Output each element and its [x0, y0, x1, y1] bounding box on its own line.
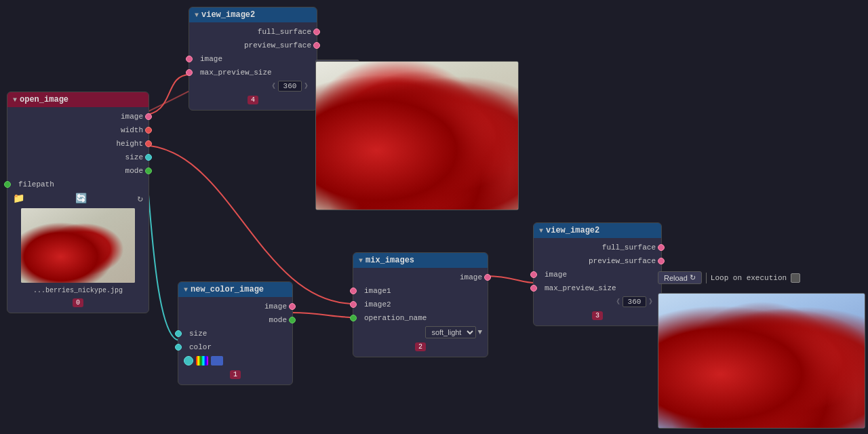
collapse-arrow-view2-icon[interactable]: ▼: [539, 227, 543, 235]
port-row-fullsurface-out: full_surface: [189, 25, 317, 39]
reload-icon[interactable]: ↻: [138, 193, 143, 204]
port-row-preview-surface-out-v2: preview_surface: [534, 254, 661, 268]
collapse-arrow-icon[interactable]: ▼: [13, 96, 17, 104]
port-dot-mode-out-nc[interactable]: [289, 317, 296, 323]
image-preview-br: [658, 293, 865, 429]
reload-icon-br: ↻: [690, 273, 696, 282]
port-dot-color-in-nc[interactable]: [175, 344, 182, 351]
port-row-width-out: width: [7, 123, 149, 137]
port-row-image-out: image: [7, 110, 149, 123]
file-icons-row: 📁 🔄 ↻: [7, 191, 149, 205]
port-dot-preview-surface-out[interactable]: [313, 42, 320, 49]
port-row-maxpreview-in-view1: max_preview_size: [189, 66, 317, 79]
folder-icon[interactable]: 📁: [13, 193, 24, 204]
port-label-maxpreview-v2: max_preview_size: [545, 284, 616, 292]
node-badge-mix: 2: [415, 342, 426, 351]
collapse-arrow-view1-icon[interactable]: ▼: [195, 12, 199, 19]
loop-checkbox-br[interactable]: [791, 273, 800, 283]
port-label-color-in-nc: color: [189, 343, 212, 351]
loop-label-br: Loop on execution: [711, 274, 787, 282]
operation-dropdown[interactable]: soft_light multiply screen overlay: [425, 326, 476, 338]
slider-row-v2: 《 360 》: [534, 295, 661, 309]
swatch-teal[interactable]: [184, 356, 193, 366]
node-open-image-body: image width height size mode: [7, 107, 149, 313]
port-dot-image-out-nc[interactable]: [289, 303, 296, 310]
port-dot-opname-in-mix[interactable]: [350, 315, 357, 321]
port-row-image2-in-mix: image2: [353, 298, 488, 311]
port-row-height-out: height: [7, 137, 149, 151]
thumbnail-image: [21, 208, 135, 283]
slider-row-view1: 《 360 》: [189, 79, 317, 93]
port-row-mode-out: mode: [7, 164, 149, 178]
port-dot-maxpreview-in-v2[interactable]: [530, 285, 537, 292]
port-dot-preview-surface-out-v2[interactable]: [658, 258, 665, 264]
port-label-filepath: filepath: [18, 180, 54, 189]
divider-br: [706, 273, 707, 283]
port-label-preview-surface-v2: preview_surface: [589, 257, 656, 265]
port-label-image: image: [121, 113, 143, 121]
collapse-arrow-mix-icon[interactable]: ▼: [359, 257, 363, 264]
dropdown-arrow-icon: ▼: [477, 328, 482, 336]
node-mix-header[interactable]: ▼ mix_images: [353, 253, 488, 268]
node-new-color-body: image mode size color: [178, 297, 292, 384]
node-view1-header[interactable]: ▼ view_image2: [189, 7, 317, 22]
port-dot-filepath-in[interactable]: [4, 181, 11, 188]
port-label-height: height: [116, 140, 143, 148]
port-dot-image-out-mix[interactable]: [484, 274, 491, 281]
port-row-image-in-view1: image: [189, 52, 317, 66]
port-dot-image-in-v2[interactable]: [530, 271, 537, 278]
port-label-image1-mix: image1: [364, 287, 391, 295]
slider-value-v1[interactable]: 360: [278, 81, 302, 92]
port-row-opname-in-mix: operation_name: [353, 311, 488, 325]
port-row-preview-surface-out: preview_surface: [189, 39, 317, 52]
badge-row-mix: 2: [353, 340, 488, 354]
port-row-size-in-nc: size: [178, 327, 292, 340]
node-view-image2-top: ▼ view_image2 full_surface preview_surfa…: [189, 7, 317, 111]
port-dot-image1-in-mix[interactable]: [350, 288, 357, 294]
node-view-image2-br: ▼ view_image2 full_surface preview_surfa…: [533, 222, 662, 326]
slider-right-icon-v1[interactable]: 》: [304, 81, 311, 91]
node-mix-images: ▼ mix_images image image1 image2 operati…: [353, 252, 488, 357]
port-dot-size-out[interactable]: [145, 154, 152, 161]
slider-left-icon-v2[interactable]: 《: [613, 297, 620, 307]
node-badge-v2: 3: [592, 311, 603, 320]
node-new-color-header[interactable]: ▼ new_color_image: [178, 282, 292, 297]
port-dot-size-in-nc[interactable]: [175, 330, 182, 337]
swatch-rainbow[interactable]: [196, 356, 208, 366]
port-row-filepath-in: filepath: [7, 178, 149, 191]
reload-bar-br: Reload ↻ Loop on execution: [658, 271, 800, 284]
node-view2-header[interactable]: ▼ view_image2: [534, 223, 661, 238]
port-label-image-in-v1: image: [200, 55, 222, 63]
port-dot-image-in-view1[interactable]: [186, 56, 193, 62]
node-open-image-header[interactable]: ▼ open_image: [7, 92, 149, 107]
refresh-small-icon[interactable]: 🔄: [75, 193, 87, 204]
port-dot-image2-in-mix[interactable]: [350, 301, 357, 308]
port-dot-full-surface-out[interactable]: [313, 28, 320, 35]
node-open-image-title: open_image: [20, 95, 68, 104]
port-row-image-out-nc: image: [178, 300, 292, 313]
strawberry-image-top: [316, 62, 518, 210]
node-mix-title: mix_images: [366, 256, 414, 265]
port-dot-maxpreview-in-view1[interactable]: [186, 69, 193, 76]
port-label-width: width: [121, 126, 143, 134]
slider-left-icon-v1[interactable]: 《: [269, 81, 275, 91]
collapse-arrow-nc-icon[interactable]: ▼: [184, 286, 188, 294]
port-row-image-in-v2: image: [534, 268, 661, 281]
reload-button-br[interactable]: Reload ↻: [658, 271, 702, 284]
node-badge-nc: 1: [230, 370, 241, 379]
slider-right-icon-v2[interactable]: 》: [649, 297, 656, 307]
port-dot-height-out[interactable]: [145, 140, 152, 147]
node-view1-title: view_image2: [201, 10, 255, 20]
port-label-opname-mix: operation_name: [364, 314, 427, 322]
slider-value-v2[interactable]: 360: [623, 296, 646, 307]
port-dot-image-out[interactable]: [145, 113, 152, 120]
color-swatches-row: [178, 354, 292, 368]
port-dot-full-surface-out-v2[interactable]: [658, 244, 665, 251]
swatch-blue[interactable]: [211, 356, 223, 366]
port-label-mode-nc: mode: [269, 316, 287, 324]
port-dot-width-out[interactable]: [145, 127, 152, 134]
port-label-full-surface: full_surface: [258, 28, 311, 36]
port-dot-mode-out[interactable]: [145, 167, 152, 174]
port-label-image-mix: image: [460, 273, 482, 281]
port-row-image1-in-mix: image1: [353, 284, 488, 298]
